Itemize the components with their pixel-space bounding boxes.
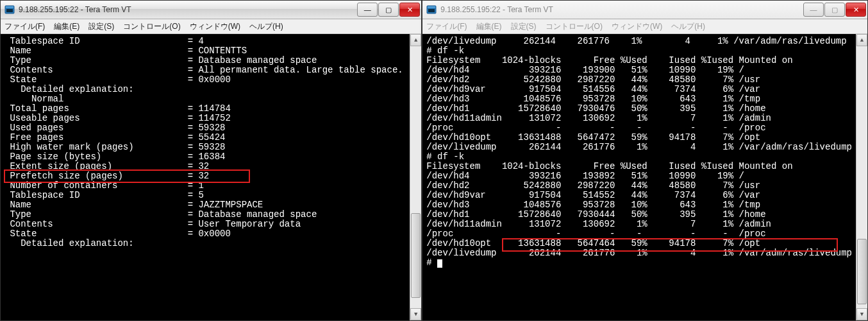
maximize-button[interactable]: ▢ [378, 3, 399, 17]
menu-item[interactable]: ウィンドウ(W) [612, 21, 662, 32]
terminal-line: /proc - - - - - /proc [426, 229, 852, 239]
scroll-track[interactable] [856, 46, 867, 308]
minimize-button[interactable]: — [803, 3, 824, 17]
terminal-line: Prefetch size (pages) = 32 [4, 171, 406, 181]
terminal-line: Type = Database managed space [4, 210, 406, 220]
terminal-line: Contents = All permanent data. Large tab… [4, 65, 406, 75]
terminal-line: State = 0x0000 [4, 75, 406, 85]
terminal-line: Total pages = 114784 [4, 104, 406, 114]
terminal-line: /dev/hd3 1048576 953728 10% 643 1% /tmp [426, 94, 852, 104]
scroll-up-button[interactable]: ▲ [856, 34, 867, 46]
terminal-line: Tablespace ID = 5 [4, 191, 406, 200]
terminal-line: /dev/hd1 15728640 7930444 50% 395 1% /ho… [426, 210, 852, 220]
terminal-window-0: 9.188.255.195:22 - Tera Term VT—▢✕ファイル(F… [0, 0, 422, 321]
menu-item[interactable]: 設定(S) [88, 21, 114, 32]
terminal-line: Name = JAZZTMPSPACE [4, 200, 406, 210]
terminal-line: Page size (bytes) = 16384 [4, 152, 406, 162]
terminal-line: Detailed explanation: [4, 239, 406, 248]
terminal-line: /dev/hd2 5242880 2987220 44% 48580 7% /u… [426, 181, 852, 191]
terminal-output[interactable]: /dev/livedump 262144 261776 1% 4 1% /var… [422, 34, 856, 320]
minimize-button[interactable]: — [357, 3, 378, 17]
titlebar[interactable]: 9.188.255.195:22 - Tera Term VT—▢✕ [1, 1, 421, 19]
terminal-line: Free pages = 55424 [4, 133, 406, 143]
menu-item[interactable]: ウィンドウ(W) [190, 21, 240, 32]
scroll-thumb[interactable] [411, 213, 421, 298]
cursor [437, 259, 442, 268]
terminal-line: /dev/hd4 393216 193892 51% 10990 19% / [426, 171, 852, 181]
menu-item[interactable]: 編集(E) [54, 21, 79, 32]
terminal-line: # [426, 258, 852, 268]
terminal-line: /dev/hd9var 917504 514552 44% 7374 6% /v… [426, 191, 852, 200]
terminal-line: /dev/hd11admin 131072 130692 1% 7 1% /ad… [426, 114, 852, 123]
terminal-line: Name = CONTENTTS [4, 46, 406, 56]
terminal-line: /dev/hd11admin 131072 130692 1% 7 1% /ad… [426, 220, 852, 229]
scroll-thumb[interactable] [857, 239, 867, 304]
terminal-line: /proc - - - - - /proc [426, 123, 852, 133]
terminal-line: Useable pages = 114752 [4, 114, 406, 123]
terminal-line: /dev/hd3 1048576 953728 10% 643 1% /tmp [426, 200, 852, 210]
terminal-line: Used pages = 59328 [4, 123, 406, 133]
menu-item[interactable]: ヘルプ(H) [671, 21, 705, 32]
terminal-line: /dev/hd4 393216 193900 51% 10990 19% / [426, 65, 852, 75]
menubar: ファイル(F)編集(E)設定(S)コントロール(O)ウィンドウ(W)ヘルプ(H) [422, 19, 867, 34]
terminal-line: Extent size (pages) = 32 [4, 162, 406, 171]
terminal-line: /dev/hd9var 917504 514556 44% 7374 6% /v… [426, 85, 852, 94]
scroll-up-button[interactable]: ▲ [410, 34, 421, 46]
terminal-line: /dev/hd10opt 13631488 5647472 59% 94178 … [426, 133, 852, 143]
terminal-line: Tablespace ID = 4 [4, 37, 406, 46]
terminal-line: Filesystem 1024-blocks Free %Used Iused … [426, 56, 852, 65]
svg-rect-4 [428, 6, 435, 8]
terminal-line: /dev/hd1 15728640 7930476 50% 395 1% /ho… [426, 104, 852, 114]
scroll-down-button[interactable]: ▼ [856, 308, 867, 320]
svg-rect-2 [6, 9, 13, 12]
terminal-line: /dev/hd2 5242880 2987220 44% 48580 7% /u… [426, 75, 852, 85]
vertical-scrollbar[interactable]: ▲▼ [856, 34, 867, 320]
terminal-window-1: 9.188.255.195:22 - Tera Term VT—▢✕ファイル(F… [422, 0, 868, 321]
terminal-output[interactable]: Tablespace ID = 4 Name = CONTENTTS Type … [1, 34, 410, 320]
titlebar[interactable]: 9.188.255.195:22 - Tera Term VT—▢✕ [422, 1, 867, 19]
menu-item[interactable]: 編集(E) [476, 21, 502, 32]
scroll-down-button[interactable]: ▼ [410, 308, 421, 320]
menu-item[interactable]: ヘルプ(H) [249, 21, 283, 32]
terminal-line: Normal [4, 94, 406, 104]
terminal-line: /dev/hd10opt 13631488 5647464 59% 94178 … [426, 239, 852, 248]
window-title: 9.188.255.195:22 - Tera Term VT [440, 5, 803, 14]
app-icon [4, 4, 15, 15]
menu-item[interactable]: ファイル(F) [4, 21, 45, 32]
scroll-track[interactable] [410, 46, 421, 308]
terminal-line: State = 0x0000 [4, 229, 406, 239]
menu-item[interactable]: 設定(S) [511, 21, 537, 32]
maximize-button[interactable]: ▢ [824, 3, 845, 17]
close-button[interactable]: ✕ [846, 3, 866, 17]
terminal-line: Type = Database managed space [4, 56, 406, 65]
menubar: ファイル(F)編集(E)設定(S)コントロール(O)ウィンドウ(W)ヘルプ(H) [1, 19, 421, 34]
terminal-line: High water mark (pages) = 59328 [4, 143, 406, 152]
terminal-line: /dev/livedump 262144 261776 1% 4 1% /var… [426, 248, 852, 258]
terminal-line: /dev/livedump 262144 261776 1% 4 1% /var… [426, 37, 852, 46]
menu-item[interactable]: コントロール(O) [546, 21, 603, 32]
vertical-scrollbar[interactable]: ▲▼ [410, 34, 421, 320]
terminal-line: Filesystem 1024-blocks Free %Used Iused … [426, 162, 852, 171]
svg-rect-5 [428, 9, 435, 12]
terminal-line: # df -k [426, 46, 852, 56]
terminal-line: /dev/livedump 262144 261776 1% 4 1% /var… [426, 143, 852, 152]
window-title: 9.188.255.195:22 - Tera Term VT [19, 5, 356, 14]
terminal-line: Contents = User Temporary data [4, 220, 406, 229]
app-icon [426, 4, 437, 15]
close-button[interactable]: ✕ [399, 3, 420, 17]
terminal-line: # df -k [426, 152, 852, 162]
terminal-line: Detailed explanation: [4, 85, 406, 94]
menu-item[interactable]: ファイル(F) [426, 21, 467, 32]
svg-rect-1 [6, 6, 13, 8]
terminal-line: Number of containers = 1 [4, 181, 406, 191]
menu-item[interactable]: コントロール(O) [123, 21, 180, 32]
